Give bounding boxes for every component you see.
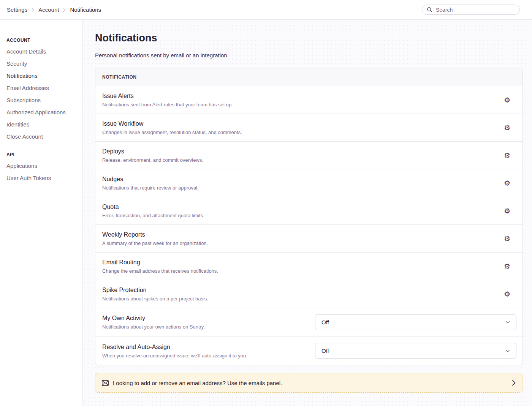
row-title: Weekly Reports [102, 231, 504, 239]
table-row-my-own-activity: My Own ActivityNotifications about your … [95, 308, 522, 336]
row-text: Spike ProtectionNotifications about spik… [102, 286, 504, 302]
row-description: Notifications sent from Alert rules that… [102, 101, 504, 108]
sidebar-nav: ACCOUNTAccount DetailsSecurityNotificati… [0, 20, 82, 406]
row-title: Resolve and Auto-Assign [102, 343, 315, 351]
page-title: Notifications [95, 32, 523, 44]
table-row-email-routing: Email RoutingChange the email address th… [95, 253, 522, 280]
row-description: Error, transaction, and attachment quota… [102, 212, 504, 219]
table-row-quota: QuotaError, transaction, and attachment … [95, 197, 522, 225]
row-description: Release, environment, and commit overvie… [102, 157, 504, 163]
gear-icon[interactable]: ⚙︎ [504, 152, 510, 159]
select-value: Off [321, 348, 329, 354]
sidebar-item-close-account[interactable]: Close Account [6, 131, 77, 143]
sidebar-section-title: ACCOUNT [6, 38, 77, 43]
envelope-icon [102, 380, 109, 386]
row-title: Issue Alerts [102, 92, 504, 100]
row-text: Email RoutingChange the email address th… [102, 258, 504, 274]
row-description: Notifications about your own actions on … [102, 324, 315, 330]
table-header: NOTIFICATION [95, 68, 522, 86]
notifications-panel: NOTIFICATION Issue AlertsNotifications s… [95, 68, 523, 365]
gear-icon[interactable]: ⚙︎ [504, 263, 510, 270]
top-header: Settings Account Notifications [0, 0, 532, 20]
table-row-weekly-reports: Weekly ReportsA summary of the past week… [95, 225, 522, 253]
row-title: Email Routing [102, 258, 504, 266]
row-description: When you resolve an unassigned issue, we… [102, 352, 315, 359]
gear-icon[interactable]: ⚙︎ [504, 180, 510, 187]
row-text: Weekly ReportsA summary of the past week… [102, 231, 504, 246]
table-row-issue-alerts: Issue AlertsNotifications sent from Aler… [95, 86, 522, 114]
row-title: My Own Activity [102, 314, 315, 322]
resolve-and-auto-assign-select[interactable]: Off [315, 343, 516, 359]
sidebar-item-user-auth-tokens[interactable]: User Auth Tokens [6, 172, 77, 184]
sidebar-section-title: API [6, 152, 77, 157]
table-header-label: NOTIFICATION [102, 74, 136, 80]
gear-icon[interactable]: ⚙︎ [504, 124, 510, 131]
breadcrumb-item-notifications: Notifications [70, 6, 101, 13]
sidebar-item-security[interactable]: Security [6, 58, 77, 70]
search-input[interactable] [435, 6, 515, 13]
row-description: Notifications that require review or app… [102, 185, 504, 191]
row-title: Issue Workflow [102, 120, 504, 128]
sidebar-section-account: ACCOUNTAccount DetailsSecurityNotificati… [6, 38, 77, 143]
row-text: DeploysRelease, environment, and commit … [102, 147, 504, 163]
sidebar-item-email-addresses[interactable]: Email Addresses [6, 82, 77, 94]
sidebar-item-subscriptions[interactable]: Subscriptions [6, 94, 77, 106]
email-info-banner[interactable]: Looking to add or remove an email addres… [95, 373, 523, 393]
breadcrumb: Settings Account Notifications [7, 6, 101, 13]
table-row-issue-workflow: Issue WorkflowChanges in issue assignmen… [95, 114, 522, 142]
gear-icon[interactable]: ⚙︎ [504, 207, 510, 215]
table-row-spike-protection: Spike ProtectionNotifications about spik… [95, 280, 522, 308]
table-row-deploys: DeploysRelease, environment, and commit … [95, 142, 522, 169]
chevron-down-icon [505, 348, 511, 354]
row-title: Nudges [102, 175, 504, 183]
row-text: NudgesNotifications that require review … [102, 175, 504, 191]
gear-icon[interactable]: ⚙︎ [504, 291, 510, 298]
row-description: Notifications about spikes on a per proj… [102, 295, 504, 302]
chevron-down-icon [505, 319, 511, 325]
chevron-right-icon [63, 8, 66, 12]
sidebar-section-api: APIApplicationsUser Auth Tokens [6, 152, 77, 184]
search-box[interactable] [422, 5, 520, 15]
chevron-right-icon [31, 8, 35, 12]
banner-text: Looking to add or remove an email addres… [113, 380, 507, 386]
breadcrumb-item-account[interactable]: Account [38, 6, 59, 13]
row-text: Issue WorkflowChanges in issue assignmen… [102, 120, 504, 136]
chevron-right-icon [511, 379, 516, 386]
gear-icon[interactable]: ⚙︎ [504, 235, 510, 242]
notification-table-body: Issue AlertsNotifications sent from Aler… [95, 86, 522, 365]
row-description: Change the email address that receives n… [102, 268, 504, 274]
row-title: Spike Protection [102, 286, 504, 294]
table-row-nudges: NudgesNotifications that require review … [95, 169, 522, 197]
row-title: Quota [102, 203, 504, 211]
row-description: Changes in issue assignment, resolution … [102, 129, 504, 136]
sidebar-item-account-details[interactable]: Account Details [6, 46, 77, 58]
row-title: Deploys [102, 147, 504, 155]
sidebar-item-notifications[interactable]: Notifications [6, 70, 77, 82]
search-icon [427, 7, 432, 13]
page-body: ACCOUNTAccount DetailsSecurityNotificati… [0, 20, 532, 406]
row-text: My Own ActivityNotifications about your … [102, 314, 315, 330]
table-row-resolve-and-auto-assign: Resolve and Auto-AssignWhen you resolve … [95, 336, 522, 365]
select-value: Off [321, 319, 329, 325]
gear-icon[interactable]: ⚙︎ [504, 96, 510, 104]
my-own-activity-select[interactable]: Off [315, 314, 516, 330]
row-text: Resolve and Auto-AssignWhen you resolve … [102, 343, 315, 359]
breadcrumb-item-settings[interactable]: Settings [7, 6, 27, 13]
page-description: Personal notifications sent by email or … [95, 52, 523, 58]
sidebar-item-applications[interactable]: Applications [6, 160, 77, 172]
sidebar-item-authorized-applications[interactable]: Authorized Applications [6, 106, 77, 118]
row-text: QuotaError, transaction, and attachment … [102, 203, 504, 219]
row-description: A summary of the past week for an organi… [102, 240, 504, 246]
sidebar-item-identities[interactable]: Identities [6, 118, 77, 131]
main-content: Notifications Personal notifications sen… [82, 20, 532, 406]
row-text: Issue AlertsNotifications sent from Aler… [102, 92, 504, 108]
